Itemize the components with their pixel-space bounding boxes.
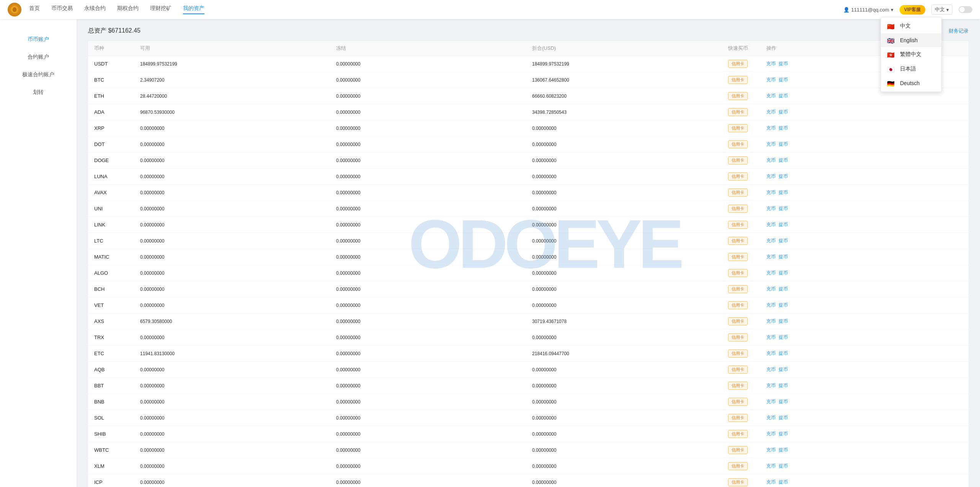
credit-card-button[interactable]: 信用卡: [728, 333, 748, 341]
withdraw-link[interactable]: 提币: [779, 125, 788, 131]
sidebar-item-contract[interactable]: 合约账户: [0, 48, 77, 66]
deposit-link[interactable]: 充币: [766, 238, 776, 244]
credit-card-button[interactable]: 信用卡: [728, 237, 748, 245]
deposit-link[interactable]: 充币: [766, 157, 776, 164]
withdraw-link[interactable]: 提币: [779, 221, 788, 228]
theme-toggle[interactable]: [959, 6, 972, 13]
withdraw-link[interactable]: 提币: [779, 109, 788, 115]
deposit-link[interactable]: 充币: [766, 366, 776, 373]
credit-card-button[interactable]: 信用卡: [728, 140, 748, 148]
deposit-link[interactable]: 充币: [766, 254, 776, 260]
lang-option-en[interactable]: 🇬🇧 English: [881, 33, 941, 47]
deposit-link[interactable]: 充币: [766, 286, 776, 292]
credit-card-button[interactable]: 信用卡: [728, 269, 748, 277]
credit-card-button[interactable]: 信用卡: [728, 349, 748, 357]
withdraw-link[interactable]: 提币: [779, 382, 788, 389]
deposit-link[interactable]: 充币: [766, 334, 776, 341]
deposit-link[interactable]: 充币: [766, 350, 776, 357]
nav-mining[interactable]: 理财挖矿: [150, 5, 172, 14]
deposit-link[interactable]: 充币: [766, 479, 776, 485]
deposit-link[interactable]: 充币: [766, 415, 776, 421]
credit-card-button[interactable]: 信用卡: [728, 205, 748, 213]
credit-card-button[interactable]: 信用卡: [728, 382, 748, 390]
deposit-link[interactable]: 充币: [766, 318, 776, 325]
deposit-link[interactable]: 充币: [766, 77, 776, 83]
credit-card-button[interactable]: 信用卡: [728, 76, 748, 84]
deposit-link[interactable]: 充币: [766, 93, 776, 99]
credit-card-button[interactable]: 信用卡: [728, 317, 748, 325]
nav-spot[interactable]: 币币交易: [51, 5, 73, 14]
withdraw-link[interactable]: 提币: [779, 93, 788, 99]
deposit-link[interactable]: 充币: [766, 302, 776, 308]
withdraw-link[interactable]: 提币: [779, 431, 788, 437]
withdraw-link[interactable]: 提币: [779, 286, 788, 292]
deposit-link[interactable]: 充币: [766, 431, 776, 437]
sidebar-item-spot[interactable]: 币币账户: [0, 31, 77, 48]
lang-option-zh-tw[interactable]: 🇭🇰 繁體中文: [881, 47, 941, 62]
credit-card-button[interactable]: 信用卡: [728, 430, 748, 438]
withdraw-link[interactable]: 提币: [779, 173, 788, 180]
credit-card-button[interactable]: 信用卡: [728, 301, 748, 309]
deposit-link[interactable]: 充币: [766, 189, 776, 196]
deposit-link[interactable]: 充币: [766, 382, 776, 389]
withdraw-link[interactable]: 提币: [779, 463, 788, 469]
withdraw-link[interactable]: 提币: [779, 302, 788, 308]
withdraw-link[interactable]: 提币: [779, 415, 788, 421]
vip-button[interactable]: VIP客服: [900, 5, 925, 15]
deposit-link[interactable]: 充币: [766, 141, 776, 148]
user-info[interactable]: 👤 111111@qq.com ▾: [843, 7, 893, 13]
lang-option-ja[interactable]: 🇯🇵 日本語: [881, 62, 941, 76]
credit-card-button[interactable]: 信用卡: [728, 462, 748, 470]
withdraw-link[interactable]: 提币: [779, 238, 788, 244]
nav-options[interactable]: 期权合约: [117, 5, 139, 14]
nav-perpetual[interactable]: 永续合约: [84, 5, 106, 14]
deposit-link[interactable]: 充币: [766, 173, 776, 180]
credit-card-button[interactable]: 信用卡: [728, 221, 748, 229]
withdraw-link[interactable]: 提币: [779, 479, 788, 485]
credit-card-button[interactable]: 信用卡: [728, 60, 748, 68]
withdraw-link[interactable]: 提币: [779, 61, 788, 67]
credit-card-button[interactable]: 信用卡: [728, 172, 748, 180]
credit-card-button[interactable]: 信用卡: [728, 285, 748, 293]
deposit-link[interactable]: 充币: [766, 205, 776, 212]
lang-option-zh[interactable]: 🇨🇳 中文: [881, 19, 941, 33]
lang-option-de[interactable]: 🇩🇪 Deutsch: [881, 76, 941, 90]
deposit-link[interactable]: 充币: [766, 270, 776, 276]
credit-card-button[interactable]: 信用卡: [728, 253, 748, 261]
sidebar-item-transfer[interactable]: 划转: [0, 84, 77, 101]
withdraw-link[interactable]: 提币: [779, 141, 788, 148]
deposit-link[interactable]: 充币: [766, 125, 776, 131]
deposit-link[interactable]: 充币: [766, 398, 776, 405]
credit-card-button[interactable]: 信用卡: [728, 398, 748, 406]
withdraw-link[interactable]: 提币: [779, 270, 788, 276]
lang-selector[interactable]: 中文 ▾: [931, 5, 952, 15]
withdraw-link[interactable]: 提币: [779, 318, 788, 325]
withdraw-link[interactable]: 提币: [779, 398, 788, 405]
sidebar-item-speedcontract[interactable]: 极速合约账户: [0, 66, 77, 84]
withdraw-link[interactable]: 提币: [779, 205, 788, 212]
withdraw-link[interactable]: 提币: [779, 350, 788, 357]
nav-assets[interactable]: 我的资产: [183, 5, 204, 14]
credit-card-button[interactable]: 信用卡: [728, 92, 748, 100]
withdraw-link[interactable]: 提币: [779, 447, 788, 453]
credit-card-button[interactable]: 信用卡: [728, 108, 748, 116]
deposit-link[interactable]: 充币: [766, 221, 776, 228]
credit-card-button[interactable]: 信用卡: [728, 189, 748, 197]
credit-card-button[interactable]: 信用卡: [728, 366, 748, 374]
deposit-link[interactable]: 充币: [766, 447, 776, 453]
withdraw-link[interactable]: 提币: [779, 189, 788, 196]
finance-record-link[interactable]: 财务记录: [949, 28, 969, 34]
withdraw-link[interactable]: 提币: [779, 254, 788, 260]
deposit-link[interactable]: 充币: [766, 61, 776, 67]
credit-card-button[interactable]: 信用卡: [728, 478, 748, 486]
deposit-link[interactable]: 充币: [766, 109, 776, 115]
withdraw-link[interactable]: 提币: [779, 77, 788, 83]
deposit-link[interactable]: 充币: [766, 463, 776, 469]
credit-card-button[interactable]: 信用卡: [728, 446, 748, 454]
credit-card-button[interactable]: 信用卡: [728, 414, 748, 422]
credit-card-button[interactable]: 信用卡: [728, 124, 748, 132]
withdraw-link[interactable]: 提币: [779, 366, 788, 373]
withdraw-link[interactable]: 提币: [779, 334, 788, 341]
nav-home[interactable]: 首页: [29, 5, 40, 14]
credit-card-button[interactable]: 信用卡: [728, 156, 748, 164]
